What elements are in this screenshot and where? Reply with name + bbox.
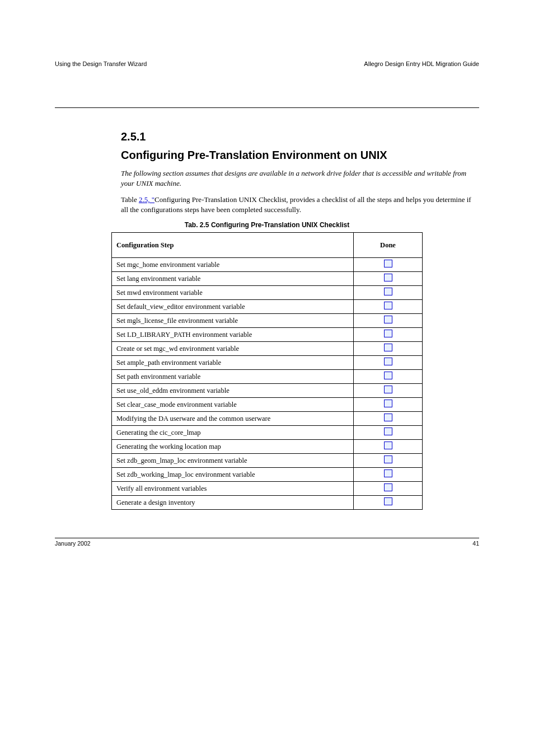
checkbox-icon[interactable] [384,400,392,407]
checkbox-icon[interactable] [384,316,392,323]
header-right: Allegro Design Entry HDL Migration Guide [364,60,479,67]
table-row: Modifying the DA userware and the common… [112,412,423,426]
done-cell [354,454,423,468]
step-cell: Create or set mgc_wd environment variabl… [112,342,354,356]
para-text-before: Table [121,195,139,204]
table-header-step: Configuration Step [112,233,354,258]
checkbox-icon[interactable] [384,469,392,477]
checkbox-icon[interactable] [384,288,392,295]
footer-left: January 2002 [55,540,91,547]
checkbox-icon[interactable] [384,302,392,309]
intro-paragraph: Table 2.5, "Configuring Pre-Translation … [121,195,479,214]
section-title: Configuring Pre-Translation Environment … [121,149,479,162]
step-cell: Modifying the DA userware and the common… [112,412,354,426]
table-caption: Tab. 2.5 Configuring Pre-Translation UNI… [55,221,479,229]
done-cell [354,468,423,482]
section-number: 2.5.1 [121,130,146,143]
done-cell [354,300,423,314]
step-cell: Verify all environment variables [112,482,354,496]
step-cell: Set default_view_editor environment vari… [112,300,354,314]
done-cell [354,412,423,426]
table-row: Create or set mgc_wd environment variabl… [112,342,423,356]
checkbox-icon[interactable] [384,344,392,351]
table-row: Set ample_path environment variable [112,356,423,370]
done-cell [354,398,423,412]
table-row: Set use_old_eddm environment variable [112,384,423,398]
step-cell: Set mwd environment variable [112,286,354,300]
table-row: Set default_view_editor environment vari… [112,300,423,314]
step-cell: Set use_old_eddm environment variable [112,384,354,398]
table-row: Set zdb_working_lmap_loc environment var… [112,468,423,482]
intro-italic-text: The following section assumes that desig… [121,168,479,188]
done-cell [354,272,423,286]
table-row: Set lang environment variable [112,272,423,286]
table-row: Generating the working location map [112,440,423,454]
done-cell [354,342,423,356]
table-row: Set mgc_home environment variable [112,258,423,272]
checkbox-icon[interactable] [384,414,392,421]
header-left: Using the Design Transfer Wizard [55,60,147,67]
table-header-done: Done [354,233,423,258]
checkbox-icon[interactable] [384,428,392,435]
step-cell: Set mgls_license_file environment variab… [112,314,354,328]
step-cell: Set LD_LIBRARY_PATH environment variable [112,328,354,342]
table-row: Set zdb_geom_lmap_loc environment variab… [112,454,423,468]
done-cell [354,328,423,342]
footer-right-page-number: 41 [472,540,479,547]
checkbox-icon[interactable] [384,260,392,267]
done-cell [354,258,423,272]
step-cell: Generate a design inventory [112,496,354,510]
done-cell [354,370,423,384]
checkbox-icon[interactable] [384,358,392,365]
footer-rule [55,538,479,538]
done-cell [354,426,423,440]
step-cell: Set mgc_home environment variable [112,258,354,272]
checkbox-icon[interactable] [384,497,392,505]
done-cell [354,496,423,510]
checkbox-icon[interactable] [384,456,392,463]
header-rule [55,107,479,108]
step-cell: Set zdb_working_lmap_loc environment var… [112,468,354,482]
checkbox-icon[interactable] [384,483,392,491]
done-cell [354,384,423,398]
table-row: Verify all environment variables [112,482,423,496]
step-cell: Generating the working location map [112,440,354,454]
checkbox-icon[interactable] [384,386,392,393]
checkbox-icon[interactable] [384,330,392,337]
checklist-table: Configuration Step Done Set mgc_home env… [111,232,423,510]
checkbox-icon[interactable] [384,442,392,449]
para-text-after: Configuring Pre-Translation UNIX Checkli… [121,195,471,214]
table-reference-link[interactable]: 2.5, " [139,195,154,204]
table-row: Set clear_case_mode environment variable [112,398,423,412]
step-cell: Set clear_case_mode environment variable [112,398,354,412]
table-row: Set mwd environment variable [112,286,423,300]
done-cell [354,356,423,370]
step-cell: Set zdb_geom_lmap_loc environment variab… [112,454,354,468]
step-cell: Generating the cic_core_lmap [112,426,354,440]
step-cell: Set ample_path environment variable [112,356,354,370]
done-cell [354,440,423,454]
step-cell: Set path environment variable [112,370,354,384]
checkbox-icon[interactable] [384,274,392,281]
table-row: Set LD_LIBRARY_PATH environment variable [112,328,423,342]
table-row: Generate a design inventory [112,496,423,510]
done-cell [354,314,423,328]
done-cell [354,286,423,300]
checkbox-icon[interactable] [384,372,392,379]
step-cell: Set lang environment variable [112,272,354,286]
table-row: Generating the cic_core_lmap [112,426,423,440]
done-cell [354,482,423,496]
table-row: Set mgls_license_file environment variab… [112,314,423,328]
table-row: Set path environment variable [112,370,423,384]
